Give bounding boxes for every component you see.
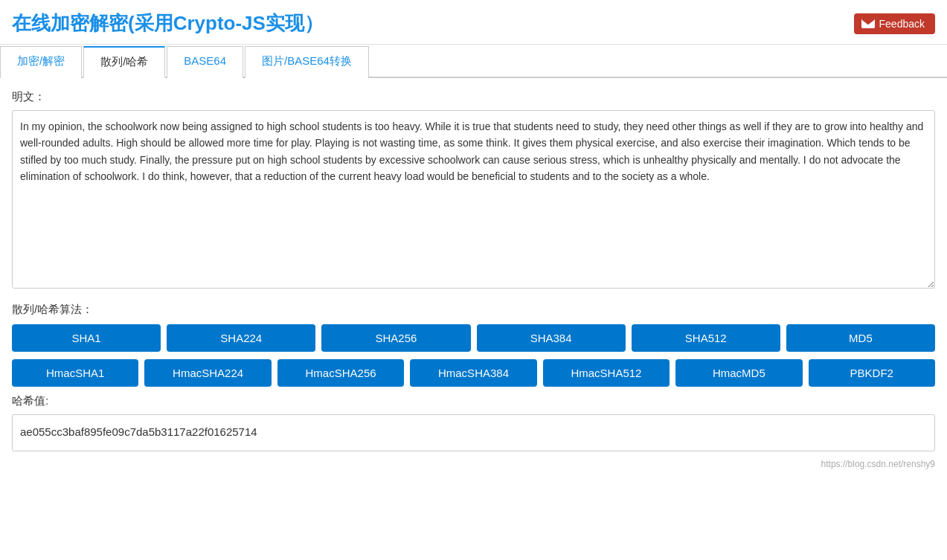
btn-hmacsha384[interactable]: HmacSHA384: [410, 359, 536, 387]
footer-url: https://blog.csdn.net/renshy9: [0, 451, 947, 474]
feedback-button[interactable]: Feedback: [854, 13, 935, 34]
title-part1: 在线加密解密(采用: [12, 12, 173, 34]
algo-row2: HmacSHA1 HmacSHA224 HmacSHA256 HmacSHA38…: [12, 359, 935, 387]
title-part3: 实现）: [266, 12, 324, 34]
btn-hmacsha1[interactable]: HmacSHA1: [12, 359, 138, 387]
btn-sha224[interactable]: SHA224: [167, 324, 315, 352]
svg-rect-0: [861, 19, 875, 28]
btn-hmacmd5[interactable]: HmacMD5: [675, 359, 802, 387]
feedback-label: Feedback: [879, 18, 925, 30]
header: 在线加密解密(采用Crypto-JS实现） Feedback: [0, 0, 947, 45]
title-part2: Crypto-JS: [173, 12, 266, 34]
algo-row1: SHA1 SHA224 SHA256 SHA384 SHA512 MD5: [12, 324, 935, 352]
btn-sha384[interactable]: SHA384: [477, 324, 626, 352]
mail-icon: [861, 19, 875, 28]
btn-md5[interactable]: MD5: [786, 324, 935, 352]
tab-bar: 加密/解密 散列/哈希 BASE64 图片/BASE64转换: [0, 45, 947, 78]
main-content: 明文： 散列/哈希算法： SHA1 SHA224 SHA256 SHA384 S…: [0, 78, 947, 451]
tab-imgbase64[interactable]: 图片/BASE64转换: [245, 46, 369, 78]
plaintext-label: 明文：: [12, 90, 935, 104]
btn-sha256[interactable]: SHA256: [321, 324, 470, 352]
plaintext-textarea[interactable]: [12, 110, 935, 289]
btn-pbkdf2[interactable]: PBKDF2: [809, 359, 935, 387]
hash-label: 哈希值:: [12, 394, 935, 408]
algo-label: 散列/哈希算法：: [12, 303, 935, 317]
hash-output: ae055cc3baf895fe09c7da5b3117a22f01625714: [12, 414, 935, 451]
btn-hmacsha224[interactable]: HmacSHA224: [144, 359, 271, 387]
btn-hmacsha256[interactable]: HmacSHA256: [277, 359, 404, 387]
tab-hash[interactable]: 散列/哈希: [83, 46, 165, 78]
btn-sha1[interactable]: SHA1: [12, 324, 161, 352]
btn-hmacsha512[interactable]: HmacSHA512: [543, 359, 670, 387]
tab-base64[interactable]: BASE64: [167, 46, 243, 78]
page-title: 在线加密解密(采用Crypto-JS实现）: [12, 10, 324, 36]
btn-sha512[interactable]: SHA512: [632, 324, 780, 352]
tab-encrypt[interactable]: 加密/解密: [0, 46, 82, 78]
